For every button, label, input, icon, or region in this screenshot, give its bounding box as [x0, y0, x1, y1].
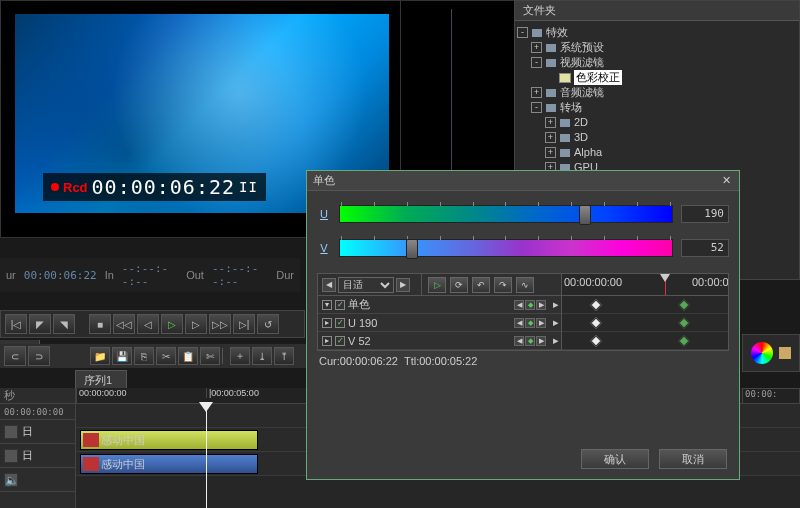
rewind-button[interactable]: ◁◁	[113, 314, 135, 334]
fast-fwd-button[interactable]: ▷▷	[209, 314, 231, 334]
stop-button[interactable]: ■	[89, 314, 111, 334]
kf-add-key-icon[interactable]: ◆	[525, 300, 535, 310]
kf-checkbox[interactable]: ✓	[335, 318, 345, 328]
kf-next-key-icon[interactable]: ▶	[536, 318, 546, 328]
cut-button[interactable]: ✂	[156, 347, 176, 365]
kf-track-row[interactable]: ▸✓V 52◀◆▶▸	[318, 332, 561, 350]
expand-icon[interactable]: +	[531, 42, 542, 53]
kf-track-row[interactable]: ▸✓U 190◀◆▶▸	[318, 314, 561, 332]
kf-play-button[interactable]: ▷	[428, 277, 446, 293]
kf-more-icon[interactable]: ▸	[551, 316, 561, 329]
kf-prev-key-icon[interactable]: ◀	[514, 318, 524, 328]
in-marker-button[interactable]: ⤓	[252, 347, 272, 365]
tree-node[interactable]: 色彩校正	[517, 70, 797, 85]
kf-next-key-icon[interactable]: ▶	[536, 336, 546, 346]
tree-node[interactable]: -视频滤镜	[517, 55, 797, 70]
mark-in-button[interactable]: ◤	[29, 314, 51, 334]
expand-icon[interactable]: -	[531, 102, 542, 113]
out-marker-button[interactable]: ⤒	[274, 347, 294, 365]
close-button[interactable]: ✕	[719, 174, 733, 188]
u-slider-knob[interactable]	[579, 205, 591, 225]
tree-node[interactable]: +音频滤镜	[517, 85, 797, 100]
paste-button[interactable]: 📋	[178, 347, 198, 365]
kf-view-dropdown[interactable]: 目适	[338, 277, 394, 293]
kf-ruler[interactable]: 00:00:00:00 00:00:07:00	[562, 274, 728, 295]
scissors-button[interactable]: ✄	[200, 347, 220, 365]
clip-thumb-icon	[83, 433, 99, 447]
kf-undo-button[interactable]: ↶	[472, 277, 490, 293]
step-fwd-button[interactable]: ▷	[185, 314, 207, 334]
tool-magnet-icon[interactable]: ⊃	[28, 346, 50, 366]
timeline-playhead[interactable]	[206, 404, 207, 508]
tree-node[interactable]: -特效	[517, 25, 797, 40]
loop-button[interactable]: ↺	[257, 314, 279, 334]
track-header[interactable]: 日	[0, 444, 75, 468]
expand-icon[interactable]: -	[517, 27, 528, 38]
track-toggle-icon[interactable]	[4, 425, 18, 439]
kf-more-icon[interactable]: ▸	[551, 334, 561, 347]
kf-prev-key-icon[interactable]: ◀	[514, 300, 524, 310]
track-header[interactable]: 日	[0, 420, 75, 444]
kf-next-icon[interactable]: ▶	[396, 278, 410, 292]
kf-prev-icon[interactable]: ◀	[322, 278, 336, 292]
kf-expand-icon[interactable]: ▸	[322, 318, 332, 328]
kf-add-key-icon[interactable]: ◆	[525, 336, 535, 346]
tree-node[interactable]: +Alpha	[517, 145, 797, 160]
kf-checkbox[interactable]: ✓	[335, 336, 345, 346]
folder-icon	[559, 133, 571, 143]
kf-checkbox[interactable]: ✓	[335, 300, 345, 310]
tree-node[interactable]: +系统预设	[517, 40, 797, 55]
kf-next-key-icon[interactable]: ▶	[536, 300, 546, 310]
copy-button[interactable]: ⎘	[134, 347, 154, 365]
add-track-button[interactable]: ＋	[230, 347, 250, 365]
kf-curve-button[interactable]: ∿	[516, 277, 534, 293]
video-clip[interactable]: 感动中国	[80, 430, 258, 450]
expand-icon[interactable]: +	[545, 147, 556, 158]
expand-icon[interactable]: +	[531, 87, 542, 98]
expand-icon[interactable]: -	[531, 57, 542, 68]
save-button[interactable]: 💾	[112, 347, 132, 365]
dialog-title: 单色	[313, 173, 335, 188]
kf-playhead[interactable]	[665, 274, 666, 295]
dialog-titlebar[interactable]: 单色 ✕	[307, 171, 739, 191]
mark-out-button[interactable]: ◥	[53, 314, 75, 334]
track-toggle-icon[interactable]	[4, 449, 18, 463]
tree-node[interactable]: +3D	[517, 130, 797, 145]
kf-expand-icon[interactable]: ▾	[322, 300, 332, 310]
u-value[interactable]: 190	[681, 205, 729, 223]
goto-end-button[interactable]: ▷|	[233, 314, 255, 334]
tool-shuttle-icon[interactable]: ⊂	[4, 346, 26, 366]
kf-redo-button[interactable]: ↷	[494, 277, 512, 293]
u-slider[interactable]	[339, 205, 673, 223]
kf-add-key-icon[interactable]: ◆	[525, 318, 535, 328]
kf-more-icon[interactable]: ▸	[551, 298, 561, 311]
track-label: 日	[22, 424, 33, 439]
kf-graph-row[interactable]	[562, 296, 728, 314]
color-wheel-icon[interactable]	[751, 342, 773, 364]
speaker-icon[interactable]: 🔈	[4, 473, 18, 487]
tree-node[interactable]: +2D	[517, 115, 797, 130]
step-back-button[interactable]: ◁	[137, 314, 159, 334]
track-header[interactable]: 🔈	[0, 468, 75, 492]
v-value[interactable]: 52	[681, 239, 729, 257]
kf-graph-row[interactable]	[562, 332, 728, 350]
expand-icon[interactable]: +	[545, 117, 556, 128]
color-swatch[interactable]	[779, 347, 791, 359]
play-button[interactable]: ▷	[161, 314, 183, 334]
expand-icon[interactable]: +	[545, 132, 556, 143]
ok-button[interactable]: 确认	[581, 449, 649, 469]
kf-prev-key-icon[interactable]: ◀	[514, 336, 524, 346]
v-slider[interactable]	[339, 239, 673, 257]
audio-clip[interactable]: 感动中国	[80, 454, 258, 474]
in-label: In	[105, 269, 114, 281]
open-button[interactable]: 📁	[90, 347, 110, 365]
goto-start-button[interactable]: |◁	[5, 314, 27, 334]
kf-loop-button[interactable]: ⟳	[450, 277, 468, 293]
v-slider-knob[interactable]	[406, 239, 418, 259]
cancel-button[interactable]: 取消	[659, 449, 727, 469]
tree-node[interactable]: -转场	[517, 100, 797, 115]
kf-graph[interactable]	[562, 296, 728, 350]
kf-track-row[interactable]: ▾✓单色◀◆▶▸	[318, 296, 561, 314]
kf-graph-row[interactable]	[562, 314, 728, 332]
kf-expand-icon[interactable]: ▸	[322, 336, 332, 346]
